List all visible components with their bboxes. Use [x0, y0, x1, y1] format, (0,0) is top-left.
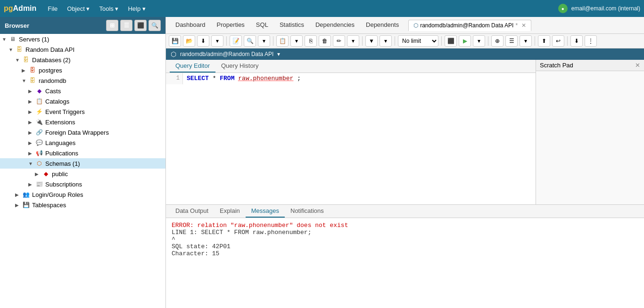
tree-item-subscriptions[interactable]: ▶ 📰 Subscriptions — [0, 179, 165, 189]
tree-item-publications[interactable]: ▶ 📢 Publications — [0, 148, 165, 158]
sidebar: Browser ⊞ ☰ ⬛ 🔍 ▼ 🖥 Servers (1) ▼ 🗄 Rand… — [0, 17, 166, 308]
error-line-6: Character: 15 — [172, 250, 638, 257]
sidebar-btn-search[interactable]: 🔍 — [149, 20, 161, 31]
query-tab-entry[interactable]: ⬡ randomdb/admin@Random Data API * ✕ — [408, 20, 531, 31]
catalogs-icon: 📋 — [35, 97, 43, 105]
toolbar-commit[interactable]: ⬆ — [538, 35, 550, 47]
toolbar-explain[interactable]: ⊕ — [491, 35, 504, 47]
toolbar-search-dropdown[interactable]: ▾ — [258, 35, 270, 47]
tab-properties[interactable]: Properties — [211, 18, 250, 32]
scratch-pad-close[interactable]: ✕ — [635, 62, 640, 69]
tree-arrow-public: ▶ — [35, 171, 41, 177]
tree-arrow-lgr: ▶ — [15, 192, 22, 197]
tree-arrow-languages: ▶ — [28, 140, 35, 146]
casts-icon: ◆ — [35, 87, 43, 95]
code-editor[interactable]: 1 SELECT * FROM raw.phonenumber ; — [166, 73, 536, 204]
row-limit-select[interactable]: No limit 1000 rows 500 rows 100 rows — [398, 35, 438, 47]
toolbar-stop[interactable]: ⬛ — [445, 35, 457, 47]
tab-dashboard[interactable]: Dashboard — [170, 18, 211, 32]
toolbar-copy[interactable]: 📋 — [276, 35, 289, 47]
toolbar-save-btn[interactable]: ⬇ — [197, 35, 209, 47]
tree-arrow-casts: ▶ — [28, 89, 35, 94]
editor-tabs: Query Editor Query History — [166, 60, 536, 73]
tree-label-event-triggers: Event Triggers — [45, 108, 85, 115]
tab-explain[interactable]: Explain — [214, 205, 246, 218]
toolbar-run[interactable]: ▶ — [459, 35, 471, 47]
tab-dependencies[interactable]: Dependencies — [310, 18, 360, 32]
toolbar-search[interactable]: 🔍 — [244, 35, 256, 47]
tab-dependents[interactable]: Dependents — [360, 18, 405, 32]
toolbar-save-dropdown[interactable]: ▾ — [211, 35, 223, 47]
menu-object[interactable]: Object ▾ — [63, 3, 93, 14]
languages-icon: 💬 — [35, 138, 43, 147]
toolbar-edit-dropdown[interactable]: ▾ — [347, 35, 359, 47]
tree-item-public[interactable]: ▶ ◆ public — [0, 169, 165, 179]
scratch-pad-content[interactable] — [536, 71, 644, 204]
query-tab-label: randomdb/admin@Random Data API — [420, 22, 513, 29]
tree-label-postgres: postgres — [39, 67, 62, 74]
menu-file[interactable]: File — [44, 3, 61, 14]
server-icon: 🖥 — [8, 35, 17, 43]
toolbar-query-tool[interactable]: 📝 — [230, 35, 242, 47]
toolbar-explain-analyze[interactable]: ☰ — [505, 35, 518, 47]
toolbar-sep2 — [273, 36, 273, 46]
menu-tools[interactable]: Tools ▾ — [95, 3, 122, 14]
tree-label-tablespaces: Tablespaces — [32, 202, 66, 209]
sql-star: * — [213, 75, 216, 82]
tree-item-languages[interactable]: ▶ 💬 Languages — [0, 138, 165, 148]
toolbar-copy-dropdown[interactable]: ▾ — [290, 35, 303, 47]
tree-item-catalogs[interactable]: ▶ 📋 Catalogs — [0, 96, 165, 106]
toolbar-sep7 — [535, 36, 535, 46]
sidebar-btn-filter[interactable]: ⬛ — [134, 20, 147, 31]
tab-query-history[interactable]: Query History — [215, 60, 264, 73]
toolbar-delete[interactable]: 🗑 — [319, 35, 331, 47]
tree-item-casts[interactable]: ▶ ◆ Casts — [0, 86, 165, 96]
tab-query-editor[interactable]: Query Editor — [170, 60, 215, 73]
tab-sql[interactable]: SQL — [250, 18, 274, 32]
menu-help[interactable]: Help ▾ — [124, 3, 149, 14]
top-menu: File Object ▾ Tools ▾ Help ▾ — [44, 3, 558, 14]
toolbar-more[interactable]: ⋮ — [585, 35, 597, 47]
db-icon-rda: 🗄 — [15, 45, 24, 54]
toolbar-download[interactable]: ⬇ — [570, 35, 583, 47]
query-tab-modified: * — [515, 22, 518, 29]
tree-label-extensions: Extensions — [45, 119, 75, 126]
tree-item-databases[interactable]: ▼ 🗄 Databases (2) — [0, 55, 165, 65]
connection-dropdown[interactable]: ▾ — [277, 51, 280, 57]
tree-item-extensions[interactable]: ▶ 🔌 Extensions — [0, 117, 165, 127]
scratch-pad-header: Scratch Pad ✕ — [536, 60, 644, 71]
tree-item-random-data-api[interactable]: ▼ 🗄 Random Data API — [0, 44, 165, 55]
toolbar-explain-dropdown[interactable]: ▾ — [520, 35, 532, 47]
toolbar-rollback[interactable]: ↩ — [552, 35, 564, 47]
tree-item-servers[interactable]: ▼ 🖥 Servers (1) — [0, 34, 165, 44]
sidebar-btn-list[interactable]: ☰ — [120, 20, 132, 31]
event-triggers-icon: ⚡ — [35, 107, 43, 116]
tab-statistics[interactable]: Statistics — [274, 18, 310, 32]
tree-arrow-event-triggers: ▶ — [28, 109, 35, 114]
postgres-icon: 🗄 — [28, 66, 37, 74]
query-tab-close[interactable]: ✕ — [521, 22, 526, 29]
tree-item-foreign-data-wrappers[interactable]: ▶ 🔗 Foreign Data Wrappers — [0, 127, 165, 138]
tree-item-postgres[interactable]: ▶ 🗄 postgres — [0, 65, 165, 75]
tree-arrow-randomdb: ▼ — [22, 78, 28, 83]
tree-arrow-extensions: ▶ — [28, 120, 35, 125]
tab-messages[interactable]: Messages — [246, 205, 285, 218]
sidebar-btn-grid[interactable]: ⊞ — [106, 20, 118, 31]
toolbar-edit[interactable]: ✏ — [333, 35, 345, 47]
tree-item-schemas[interactable]: ▼ ⬡ Schemas (1) — [0, 158, 165, 169]
toolbar-filter[interactable]: ▼ — [365, 35, 378, 47]
toolbar-open-file[interactable]: 📂 — [183, 35, 195, 47]
tree-item-randomdb[interactable]: ▼ 🗄 randomdb — [0, 75, 165, 86]
tree-label-randomdb: randomdb — [39, 77, 66, 84]
toolbar-paste[interactable]: ⎘ — [305, 35, 317, 47]
tree-item-event-triggers[interactable]: ▶ ⚡ Event Triggers — [0, 106, 165, 117]
toolbar-run-dropdown[interactable]: ▾ — [473, 35, 485, 47]
toolbar-save-file[interactable]: 💾 — [169, 35, 181, 47]
tree-item-tablespaces[interactable]: ▶ 💾 Tablespaces — [0, 200, 165, 210]
tree-item-login-group-roles[interactable]: ▶ 👥 Login/Group Roles — [0, 189, 165, 200]
tree-label-rda: Random Data API — [25, 46, 74, 53]
toolbar-filter-dropdown[interactable]: ▾ — [380, 35, 392, 47]
connection-label: randomdb/admin@Random Data API — [180, 51, 273, 57]
tab-notifications[interactable]: Notifications — [285, 205, 330, 218]
tab-data-output[interactable]: Data Output — [170, 205, 214, 218]
